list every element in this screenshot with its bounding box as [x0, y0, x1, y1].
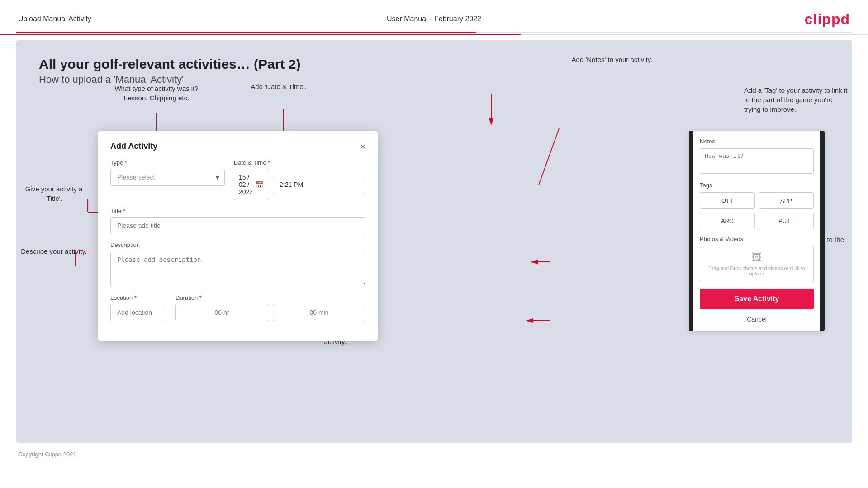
datetime-label: Date & Time * [234, 159, 365, 166]
title-label: Title * [110, 208, 365, 214]
type-select[interactable]: Please select [110, 169, 225, 186]
cancel-link[interactable]: Cancel [700, 314, 814, 325]
datetime-group: Date & Time * 15 / 02 / 2022 📅 [234, 159, 365, 200]
phone-right-bar [820, 131, 825, 331]
location-duration-row: Location * Duration * [110, 294, 365, 321]
duration-label: Duration * [175, 294, 365, 301]
description-group: Description [110, 242, 365, 287]
svg-marker-21 [532, 260, 537, 264]
location-group: Location * [110, 294, 166, 321]
duration-min-input[interactable] [273, 304, 365, 321]
notes-label: Notes [700, 138, 814, 145]
tags-label: Tags [700, 182, 814, 189]
top-bar: Upload Manual Activity User Manual - Feb… [0, 0, 868, 32]
phone-left-bar [689, 131, 693, 331]
save-activity-button[interactable]: Save Activity [700, 289, 814, 309]
phone-content: Notes Tags OTT APP ARG PUTT Photos & Vid… [693, 131, 820, 331]
logo: clippd [805, 11, 850, 28]
title-group: Title * [110, 208, 365, 234]
page-title-block: All your golf-relevant activities… (Part… [39, 57, 829, 85]
photos-label: Photos & Videos [700, 236, 814, 242]
upload-text: Drag and Drop photos and videos or click… [700, 265, 813, 276]
tag-app[interactable]: APP [759, 192, 814, 209]
add-activity-modal: Add Activity × Type * Please select Date… [98, 131, 378, 341]
location-input[interactable] [110, 304, 166, 321]
annotation-what-type: What type of activity was it? Lesson, Ch… [107, 84, 206, 103]
date-input[interactable]: 15 / 02 / 2022 📅 [234, 169, 268, 200]
photos-upload-area[interactable]: 🖼 Drag and Drop photos and videos or cli… [700, 246, 814, 282]
date-time-inputs: 15 / 02 / 2022 📅 [234, 169, 365, 200]
annotation-give-title: Give your activity a 'Title'. [20, 184, 88, 203]
svg-marker-18 [489, 118, 493, 124]
annotation-tag: Add a 'Tag' to your activity to link it … [744, 85, 848, 114]
phone-panel: Notes Tags OTT APP ARG PUTT Photos & Vid… [689, 131, 825, 331]
tag-ott[interactable]: OTT [700, 192, 755, 209]
main-content: All your golf-relevant activities… (Part… [16, 40, 852, 443]
top-left-title: Upload Manual Activity [18, 15, 91, 23]
tags-grid: OTT APP ARG PUTT [700, 192, 814, 229]
annotation-describe: Describe your activity. [20, 246, 88, 256]
tag-putt[interactable]: PUTT [759, 213, 814, 229]
duration-hr-input[interactable] [175, 304, 268, 321]
annotation-notes: Add 'Notes' to your activity. [567, 55, 657, 64]
type-select-wrapper: Please select [110, 169, 225, 186]
duration-inputs [175, 304, 365, 321]
type-datetime-row: Type * Please select Date & Time * 15 / … [110, 159, 365, 200]
copyright: Copyright Clippd 2021 [0, 447, 868, 461]
annotation-date-time: Add 'Date & Time'. [238, 82, 319, 91]
time-input[interactable] [273, 176, 365, 193]
notes-textarea[interactable] [700, 148, 814, 174]
description-label: Description [110, 242, 365, 248]
modal-header: Add Activity × [110, 142, 365, 151]
type-group: Type * Please select [110, 159, 225, 200]
location-label: Location * [110, 294, 166, 301]
page-title-main: All your golf-relevant activities… (Part… [39, 57, 829, 72]
svg-marker-23 [527, 319, 533, 322]
photo-icon: 🖼 [752, 252, 762, 264]
modal-title: Add Activity [110, 142, 157, 151]
modal-close-button[interactable]: × [360, 142, 365, 151]
description-textarea[interactable] [110, 251, 365, 287]
title-input[interactable] [110, 217, 365, 234]
calendar-icon: 📅 [256, 181, 263, 188]
tag-arg[interactable]: ARG [700, 213, 755, 229]
type-label: Type * [110, 159, 225, 166]
top-center-title: User Manual - February 2022 [387, 15, 481, 23]
duration-group: Duration * [175, 294, 365, 321]
svg-line-19 [539, 128, 559, 185]
